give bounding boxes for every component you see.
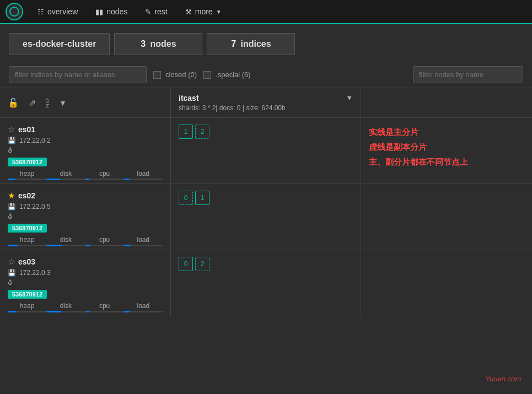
nav-overview[interactable]: ☷ overview	[30, 4, 85, 19]
node-star-es01: ☆	[8, 125, 15, 134]
table-row: ☆ es01 💾 172.22.0.2 ⛢ 536870912 heap	[0, 118, 532, 184]
filter-bar: closed (0) .special (6)	[0, 62, 532, 88]
lock-icon[interactable]: 🔓	[8, 98, 19, 108]
node-cell-es03: ☆ es03 💾 172.22.0.3 ⛢ 536870912 heap	[0, 250, 171, 316]
extra-column-header	[361, 88, 532, 117]
nav-rest[interactable]: ✎ rest	[137, 4, 175, 19]
node-name-es03: es03	[18, 257, 35, 266]
node-name-es02: es02	[18, 191, 35, 200]
indices-count-summary[interactable]: 7 indices	[207, 33, 295, 55]
metric-disk-es02: disk	[46, 236, 85, 246]
disk-icon: 💾	[8, 137, 16, 144]
metric-cpu-es03: cpu	[85, 302, 124, 312]
more-chevron-icon: ▼	[216, 9, 222, 15]
extra-cell-es02	[361, 184, 532, 250]
metric-load-es01: load	[124, 170, 163, 180]
watermark: Yuuen.com	[485, 375, 521, 383]
node-star-es03: ☆	[8, 257, 15, 267]
attr-icon: ⛢	[8, 213, 13, 220]
sort-az-button[interactable]: A Z	[46, 98, 49, 109]
closed-filter-group: closed (0)	[153, 71, 197, 79]
shard-2-replica-es03[interactable]: 2	[195, 257, 209, 271]
node-badge-es02: 536870912	[8, 224, 47, 233]
nav-nodes[interactable]: ▮▮ nodes	[88, 4, 135, 19]
node-star-es02: ★	[8, 191, 15, 201]
special-checkbox[interactable]	[203, 71, 211, 79]
special-filter-group: .special (6)	[203, 71, 251, 79]
node-ip-es03: 172.22.0.3	[19, 269, 51, 277]
metric-cpu-es02: cpu	[85, 236, 124, 246]
metric-heap-es03: heap	[8, 302, 46, 312]
shards-cell-es03: 02	[171, 250, 361, 316]
index-name: itcast	[179, 94, 286, 102]
overview-icon: ☷	[37, 8, 44, 16]
node-cell-es02: ★ es02 💾 172.22.0.5 ⛢ 536870912 heap	[0, 184, 171, 250]
table-body: ☆ es01 💾 172.22.0.2 ⛢ 536870912 heap	[0, 118, 532, 316]
attr-icon: ⛢	[8, 147, 13, 154]
filter-nodes-input[interactable]	[413, 66, 523, 83]
table-row: ★ es02 💾 172.22.0.5 ⛢ 536870912 heap	[0, 184, 532, 250]
filter-indices-input[interactable]	[9, 66, 147, 83]
shards-cell-es02: 01	[171, 184, 361, 250]
app-logo[interactable]	[6, 3, 23, 20]
index-meta: shards: 3 * 2| docs: 0 | size: 624.00b	[179, 104, 286, 112]
expand-icon[interactable]: ⇗	[29, 98, 36, 108]
summary-bar: es-docker-cluster 3 nodes 7 indices	[0, 24, 532, 62]
nodes-icon: ▮▮	[95, 8, 103, 16]
cluster-name-summary[interactable]: es-docker-cluster	[9, 33, 110, 55]
shard-2-replica-es01[interactable]: 2	[195, 125, 209, 139]
top-navigation: ☷ overview ▮▮ nodes ✎ rest ⚒ more ▼	[0, 0, 532, 24]
metric-disk-es01: disk	[46, 170, 85, 180]
metric-load-es02: load	[124, 236, 163, 246]
attr-icon: ⛢	[8, 279, 13, 287]
shard-1-primary-es01[interactable]: 1	[179, 125, 193, 139]
header-dropdown-icon[interactable]: ▼	[59, 99, 67, 107]
node-badge-es03: 536870912	[8, 290, 47, 299]
metric-heap-es02: heap	[8, 236, 46, 246]
node-ip-es02: 172.22.0.5	[19, 203, 51, 211]
extra-cell-es01: 实线是主分片 虚线是副本分片 主、副分片都在不同节点上	[361, 118, 532, 183]
nodes-column-header: 🔓 ⇗ A Z ▼	[0, 88, 171, 117]
node-cell-es01: ☆ es01 💾 172.22.0.2 ⛢ 536870912 heap	[0, 118, 171, 183]
node-ip-es01: 172.22.0.2	[19, 137, 51, 144]
main-table: 🔓 ⇗ A Z ▼ itcast shards: 3 * 2| docs: 0 …	[0, 88, 532, 316]
node-badge-es01: 536870912	[8, 158, 47, 166]
metric-heap-es01: heap	[8, 170, 46, 180]
rest-icon: ✎	[145, 8, 151, 16]
disk-icon: 💾	[8, 269, 16, 277]
table-row: ☆ es03 💾 172.22.0.3 ⛢ 536870912 heap	[0, 250, 532, 316]
index-column-header: itcast shards: 3 * 2| docs: 0 | size: 62…	[171, 88, 361, 117]
shard-1-primary-es02[interactable]: 1	[195, 191, 209, 205]
nodes-count-summary[interactable]: 3 nodes	[114, 33, 202, 55]
svg-point-2	[13, 10, 16, 13]
disk-icon: 💾	[8, 203, 16, 211]
annotation: 实线是主分片 虚线是副本分片 主、副分片都在不同节点上	[369, 125, 524, 169]
special-label: .special (6)	[216, 71, 251, 79]
metric-cpu-es01: cpu	[85, 170, 124, 180]
nav-more[interactable]: ⚒ more ▼	[178, 4, 229, 19]
node-name-es01: es01	[18, 125, 35, 134]
closed-checkbox[interactable]	[153, 71, 161, 79]
more-icon: ⚒	[185, 8, 192, 16]
shard-0-primary-es03[interactable]: 0	[179, 257, 193, 271]
shard-0-replica-es02[interactable]: 0	[179, 191, 193, 205]
metric-disk-es03: disk	[46, 302, 85, 312]
extra-cell-es03	[361, 250, 532, 316]
shards-cell-es01: 12	[171, 118, 361, 183]
metric-load-es03: load	[124, 302, 163, 312]
closed-label: closed (0)	[165, 71, 197, 79]
index-dropdown-icon[interactable]: ▼	[346, 94, 353, 102]
table-header: 🔓 ⇗ A Z ▼ itcast shards: 3 * 2| docs: 0 …	[0, 88, 532, 118]
